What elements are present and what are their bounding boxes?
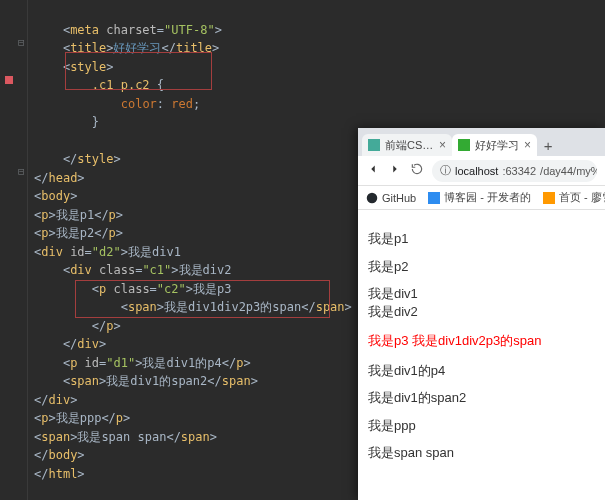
rendered-span2: 我是div1的span2 [368,389,595,407]
rendered-p3: 我是p3 我是div1div2p3的span [368,332,595,350]
editor-gutter: ⊟ ⊟ [0,0,28,500]
fold-icon[interactable]: ⊟ [18,165,25,178]
browser-toolbar: ⓘ localhost:63342/day44/my% [358,156,605,186]
bookmarks-bar: GitHub 博客园 - 开发者的 首页 - 廖雪峰的 [358,186,605,210]
svg-point-2 [367,192,378,203]
bookmark-item[interactable]: 博客园 - 开发者的 [428,190,531,205]
rendered-p1: 我是p1 [368,230,595,248]
favicon-icon [368,139,380,151]
close-icon[interactable]: × [524,138,531,152]
url-path: /day44/my% [540,165,597,177]
svg-rect-1 [458,139,470,151]
rendered-span3: 我是span span [368,444,595,462]
favicon-icon [458,139,470,151]
rendered-div2: 我是div2 [368,303,595,321]
svg-rect-4 [543,192,555,204]
tab-label: 前端CSS · Jas [385,138,434,153]
fold-icon[interactable]: ⊟ [18,36,25,49]
highlight-box [75,280,330,318]
css-val: red [171,97,193,111]
url-host: localhost [455,165,498,177]
css-prop: color [121,97,157,111]
tab-bar: 前端CSS · Jas × 好好学习 × + [358,128,605,156]
reload-button[interactable] [410,162,424,179]
svg-rect-0 [368,139,380,151]
rendered-ppp: 我是ppp [368,417,595,435]
tab-label: 好好学习 [475,138,519,153]
breakpoint-icon[interactable] [5,76,13,84]
site-info-icon[interactable]: ⓘ [440,163,451,178]
browser-tab[interactable]: 前端CSS · Jas × [362,134,452,156]
url-port: :63342 [502,165,536,177]
bookmark-item[interactable]: 首页 - 廖雪峰的 [543,190,605,205]
bookmark-item[interactable]: GitHub [366,192,416,204]
browser-tab-active[interactable]: 好好学习 × [452,134,537,156]
back-button[interactable] [366,162,380,179]
address-bar[interactable]: ⓘ localhost:63342/day44/my% [432,160,597,182]
rendered-div1: 我是div1 [368,285,595,303]
page-content: 我是p1 我是p2 我是div1 我是div2 我是p3 我是div1div2p… [358,210,605,482]
rendered-p2: 我是p2 [368,258,595,276]
close-icon[interactable]: × [439,138,446,152]
rendered-p4: 我是div1的p4 [368,362,595,380]
svg-rect-3 [428,192,440,204]
browser-window: 前端CSS · Jas × 好好学习 × + ⓘ localhost:63342… [358,128,605,500]
forward-button[interactable] [388,162,402,179]
new-tab-button[interactable]: + [537,134,559,156]
highlight-box [65,52,212,90]
